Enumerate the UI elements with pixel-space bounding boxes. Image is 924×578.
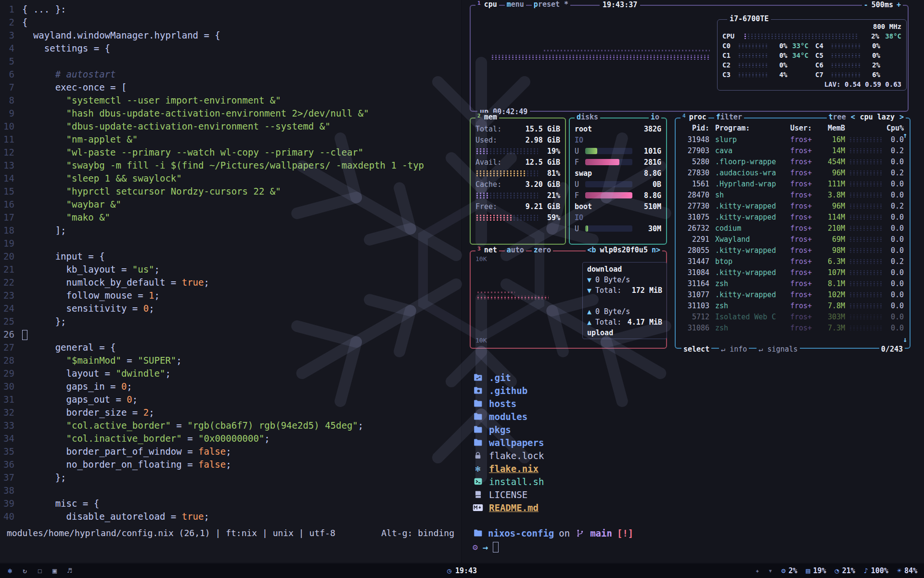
info-button[interactable]: ↵ info [719,345,749,354]
code-token [22,420,66,431]
process-row[interactable]: 28055.kitty-wrappedfros+98M0.0 [676,245,910,256]
line-number: 25 [0,316,22,329]
next-sort-button[interactable]: > [899,113,904,121]
up-arrow-icon: ▲ [587,318,591,327]
code-token: "dwindle" [116,368,165,379]
process-row[interactable]: 5712Isolated Web Cfros+303M0.0 [676,311,910,322]
process-row[interactable]: 31077.kitty-wrappedfros+102M0.0 [676,289,910,300]
code-token: }; [22,472,66,483]
clipboard-icon[interactable]: ☐ [38,566,42,575]
process-cpu: 0.0 [886,213,904,222]
tray-app-1-icon[interactable]: ✦ [755,566,759,575]
process-row[interactable]: 26732codiumfros+210M0.0 [676,223,910,234]
editor-pane[interactable]: 1{ ... }:2{3 wayland.windowManager.hyprl… [0,0,461,563]
process-row[interactable]: 28470shfros+3.8M0.0 [676,189,910,200]
tray-app-2-icon[interactable]: ▾ [768,566,772,575]
line-number: 36 [0,459,22,472]
upload-header: upload [587,328,662,338]
process-row[interactable]: 5280.floorp-wrappefros+454M0.0 [676,156,910,167]
code-line: 31 gaps_out = 0; [0,394,461,407]
process-row[interactable]: 27903cavafros+14M0.2 [676,145,910,156]
header-mem[interactable]: MemB [821,124,845,132]
scroll-up-icon[interactable]: ↑ [903,131,907,140]
waybar-brightness-module[interactable]: ☀84% [897,566,917,575]
process-cpu: 0.0 [886,135,904,144]
shell-input-line[interactable]: ⚙ → [473,540,924,553]
process-row[interactable]: 2291Xwaylandfros+69M0.0 [676,234,910,245]
header-program[interactable]: Program: [709,124,790,132]
mem-meter-row: 81% [475,168,560,179]
process-row[interactable]: 31084.kitty-wrappedfros+107M0.0 [676,267,910,278]
line-number: 2 [0,17,22,30]
preset-button[interactable]: preset * [532,0,570,9]
line-number: 24 [0,303,22,316]
media-icon[interactable]: ♬ [67,566,72,575]
process-row[interactable]: 31164zshfros+8.1M0.0 [676,278,910,289]
cpu-panel-number: 1 [475,0,483,6]
file-name: install.sh [489,476,544,487]
process-row[interactable]: 31447btopfros+6.3M0.2 [676,256,910,267]
menu-button[interactable]: menu [505,0,526,9]
file-row: .git [473,371,924,384]
core-meter [831,63,862,67]
process-row[interactable]: 27730.kitty-wrappedfros+96M0.2 [676,200,910,211]
header-cpu[interactable]: Cpu% [876,124,904,132]
process-row[interactable]: 1561.Hyprland-wrapfros+111M0.0 [676,178,910,189]
code-token [22,173,66,184]
scroll-down-icon[interactable]: ↓ [903,335,907,344]
header-pid[interactable]: Pid: [681,124,709,132]
code-line: 2{ [0,17,461,30]
waybar-disk-module[interactable]: ◔21% [835,566,855,575]
process-meter [849,237,883,242]
prev-device-button[interactable]: <b [588,246,596,254]
code-token: ; [154,290,160,301]
net-info-box: download ▼ 0 Byte/s ▼ Total: 172 MiB ▲ 0… [582,262,667,339]
interval-increase-button[interactable]: + [897,0,901,9]
io-mode-button[interactable]: io [649,113,661,121]
terminal-pane[interactable]: .git.githubhostsmodulespkgswallpapersfla… [462,362,924,563]
process-meter [849,281,883,286]
power-icon[interactable]: ↻ [23,566,27,575]
process-row[interactable]: 31103zshfros+7.8M0.0 [676,300,910,311]
process-pid: 5280 [681,158,709,166]
cpu-total-meter [744,34,858,39]
display-icon[interactable]: ▣ [52,566,57,575]
code-token [22,433,66,444]
cpu-core-row: C20% [722,60,808,70]
code-token: numlock_by_default = [22,277,182,288]
tree-toggle-button[interactable]: tree [829,113,846,121]
waybar-volume-module[interactable]: ♪100% [864,566,888,575]
code-line: 19 [0,238,461,251]
net-auto-button[interactable]: auto [505,246,526,254]
net-device-selector: <b wlp0s20f0u5 n> [586,246,662,254]
signals-button[interactable]: ↵ signals [757,345,799,354]
folder-icon [473,398,483,409]
code-token [22,134,66,144]
process-mem: 16M [821,135,845,144]
process-row[interactable]: 31948slurpfros+16M0.0 [676,134,910,145]
disk-bar-row: F281G [575,157,661,168]
process-cpu: 0.2 [886,169,904,177]
line-number: 32 [0,407,22,420]
cpu-title-row: 1 cpu menu preset * [475,0,570,9]
prev-sort-button[interactable]: < [851,113,855,121]
proc-panel-title: proc [687,113,708,121]
code-area[interactable]: 1{ ... }:2{3 wayland.windowManager.hyprl… [0,4,461,524]
process-row[interactable]: 27830.audacious-wrafros+96M0.2 [676,167,910,178]
interval-decrease-button[interactable]: - [864,0,868,9]
net-zero-button[interactable]: zero [532,246,553,254]
waybar-cpu-module[interactable]: ⚙2% [781,566,797,575]
waybar-clock[interactable]: ◷ 19:43 [447,566,477,575]
process-row[interactable]: 31086zshfros+7.3M0.0 [676,322,910,333]
next-device-button[interactable]: n> [652,246,660,254]
select-button[interactable]: select [681,345,711,354]
waybar-memory-module[interactable]: ▤19% [806,566,826,575]
header-user[interactable]: User: [790,124,821,132]
file-row: hosts [473,397,924,410]
download-total-label: Total: [595,286,621,295]
process-row[interactable]: 31075.kitty-wrappedfros+114M0.0 [676,211,910,223]
filter-button[interactable]: filter [714,113,744,121]
disks-title[interactable]: disks [575,113,600,121]
code-line: 24 sensitivity = 0; [0,303,461,316]
nixos-menu-icon[interactable]: ✻ [8,566,12,575]
